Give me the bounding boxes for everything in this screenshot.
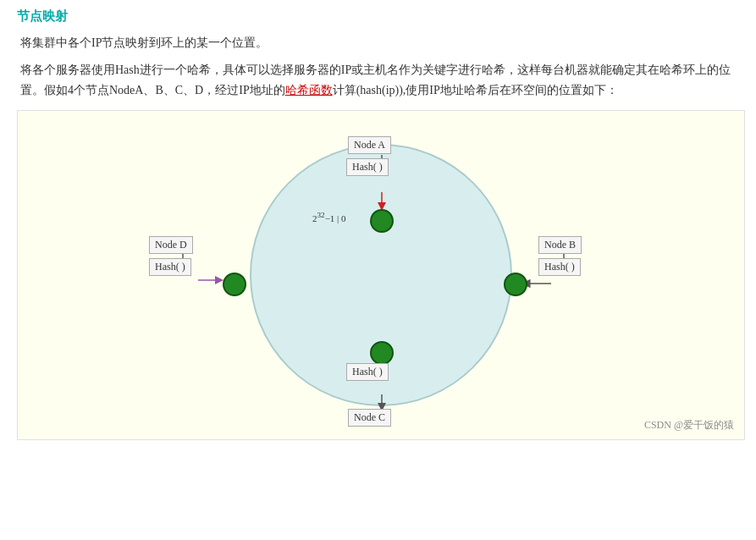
node-b-hash: Hash( ) xyxy=(538,258,581,276)
node-d-hash: Hash( ) xyxy=(149,258,191,276)
node-d-dot xyxy=(223,273,246,296)
ring-label: 232−1 | 0 xyxy=(312,211,346,223)
node-b-dot xyxy=(504,273,527,296)
page-container: 节点映射 将集群中各个IP节点映射到环上的某一个位置。 将各个服务器使用Hash… xyxy=(0,0,756,540)
page-title: 节点映射 xyxy=(17,8,739,25)
para1-text: 将集群中各个IP节点映射到环上的某一个位置。 xyxy=(20,36,268,49)
node-d-label: Node D xyxy=(149,236,193,254)
paragraph-2: 将各个服务器使用Hash进行一个哈希，具体可以选择服务器的IP或主机名作为关键字… xyxy=(20,60,736,101)
node-a-hash: Hash( ) xyxy=(346,158,389,176)
paragraph-1: 将集群中各个IP节点映射到环上的某一个位置。 xyxy=(20,33,736,53)
para2-highlight: 哈希函数 xyxy=(285,84,333,96)
csdn-credit: CSDN @爱干饭的猿 xyxy=(644,418,734,433)
diagram-area: Node A Hash( ) 232−1 | 0 Node B Hash( ) … xyxy=(17,110,745,440)
para2-part2: 计算(hash(ip)),使用IP地址哈希后在环空间的位置如下： xyxy=(333,84,618,96)
node-b-label: Node B xyxy=(538,236,582,254)
node-c-hash: Hash( ) xyxy=(346,363,389,381)
node-c-label: Node C xyxy=(348,409,391,427)
node-a-label: Node A xyxy=(348,136,391,154)
